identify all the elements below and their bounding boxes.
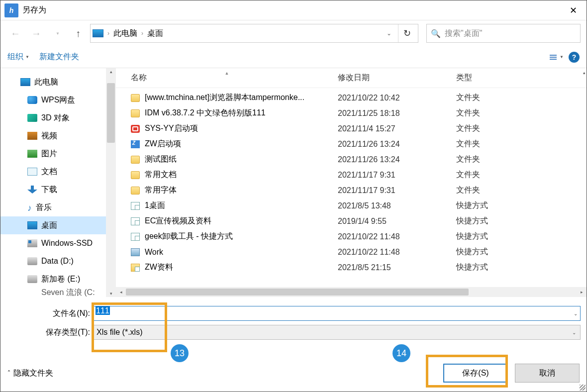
tree-node[interactable]: ♪音乐 [0, 198, 116, 216]
refresh-button[interactable]: ↻ [398, 24, 416, 42]
file-row[interactable]: Work2021/10/22 11:48快捷方式 [116, 244, 587, 260]
file-date: 2021/11/4 15:27 [338, 124, 456, 133]
file-row[interactable]: ZW启动项2021/11/26 13:24文件夹 [116, 136, 587, 152]
filetype-label: 保存类型(T): [6, 327, 92, 338]
tree-node-label: 此电脑 [34, 77, 58, 88]
tree-node[interactable]: 视频 [0, 127, 116, 145]
file-icon [131, 233, 140, 241]
save-button[interactable]: 保存(S) [443, 364, 508, 383]
win-icon [27, 239, 37, 247]
file-date: 2021/10/22 11:48 [338, 232, 456, 241]
tree-node-label: WPS网盘 [41, 95, 75, 105]
file-row[interactable]: 1桌面2021/8/5 13:48快捷方式 [116, 198, 587, 213]
nav-tree[interactable]: ▴ ▾ 此电脑WPS网盘3D 对象视频图片文档下载♪音乐桌面Windows-SS… [0, 68, 116, 297]
organize-button[interactable]: 组织▼ [7, 52, 29, 62]
tree-node[interactable]: Windows-SSD [0, 234, 116, 252]
col-type[interactable]: 类型 [456, 73, 587, 83]
file-icon [131, 202, 140, 210]
help-button[interactable]: ? [569, 52, 580, 63]
nav-recent[interactable]: ▼ [48, 24, 66, 42]
filetype-select[interactable]: Xls file (*.xls)⌄ [92, 325, 581, 340]
tree-node-label: Windows-SSD [41, 239, 93, 248]
col-modified[interactable]: 修改日期 [338, 73, 456, 83]
tree-node[interactable]: 此电脑 [0, 73, 116, 91]
cancel-button[interactable]: 取消 [515, 364, 580, 383]
file-icon [131, 140, 140, 148]
scroll-right-icon[interactable]: ▸ [577, 290, 587, 294]
tree-node[interactable]: Data (D:) [0, 252, 116, 270]
file-date: 2021/10/22 11:48 [338, 248, 456, 257]
nav-up[interactable]: ↑ [69, 24, 87, 42]
hide-folders-toggle[interactable]: ˄隐藏文件夹 [7, 368, 53, 379]
breadcrumb-root[interactable]: 此电脑 [113, 28, 137, 39]
file-type: 快捷方式 [456, 262, 587, 273]
file-row[interactable]: geek卸载工具 - 快捷方式2021/10/22 11:48快捷方式 [116, 229, 587, 244]
tree-node[interactable]: 图片 [0, 145, 116, 163]
file-date: 2021/8/5 13:48 [338, 201, 456, 210]
file-name: EC宣传视频及资料 [145, 216, 211, 226]
tree-node-label: 视频 [41, 131, 57, 141]
tree-node[interactable]: Seven 流浪 (C: [0, 288, 116, 297]
file-name: SYS-YY启动项 [145, 123, 198, 134]
filename-input[interactable]: 111 [92, 306, 581, 321]
tree-node[interactable]: WPS网盘 [0, 91, 116, 109]
file-row[interactable]: SYS-YY启动项2021/11/4 15:27文件夹 [116, 121, 587, 136]
file-list: ▲名称 修改日期 类型 ▴ [www.tmchina.net]浏览器脚本tamp… [116, 68, 587, 297]
desk-icon [27, 221, 37, 229]
h-scroll-handle[interactable] [126, 289, 469, 295]
file-date: 2019/1/4 9:55 [338, 217, 456, 226]
tree-node[interactable]: 文档 [0, 163, 116, 181]
new-folder-button[interactable]: 新建文件夹 [39, 52, 79, 62]
file-row[interactable]: 常用字体2021/11/17 9:31文件夹 [116, 183, 587, 198]
file-date: 2021/8/5 21:15 [338, 263, 456, 272]
tree-node-label: Seven 流浪 (C: [41, 288, 95, 297]
address-bar[interactable]: › 此电脑 › 桌面 ⌄ ↻ [90, 24, 418, 43]
file-name: ZW启动项 [145, 139, 181, 149]
file-row[interactable]: ZW资料2021/8/5 21:15快捷方式 [116, 260, 587, 275]
list-scroll-up-icon[interactable]: ▴ [583, 70, 586, 75]
tree-scrollbar[interactable]: ▴ ▾ [106, 68, 116, 297]
file-name: 1桌面 [145, 200, 165, 211]
tree-node[interactable]: 下载 [0, 181, 116, 198]
file-date: 2021/10/22 10:42 [338, 94, 456, 102]
address-history-dd[interactable]: ⌄ [382, 30, 396, 37]
scroll-down-icon[interactable]: ▾ [106, 291, 116, 296]
file-icon [131, 125, 140, 133]
resize-grip[interactable] [580, 385, 586, 391]
file-name: [www.tmchina.net]浏览器脚本tampermonke... [145, 93, 304, 103]
file-type: 文件夹 [456, 108, 587, 118]
filename-label: 文件名(N): [6, 308, 92, 319]
file-type: 文件夹 [456, 123, 587, 134]
file-row[interactable]: 常用文档2021/11/17 9:31文件夹 [116, 167, 587, 183]
tree-node[interactable]: 桌面 [0, 216, 116, 234]
file-row[interactable]: IDM v6.38.7.2 中文绿色特别版1112021/11/25 18:18… [116, 105, 587, 121]
file-icon [131, 264, 140, 272]
file-icon [131, 171, 140, 179]
file-name: 常用字体 [145, 185, 177, 196]
file-row[interactable]: [www.tmchina.net]浏览器脚本tampermonke...2021… [116, 90, 587, 105]
scroll-up-icon[interactable]: ▴ [106, 69, 116, 74]
col-name[interactable]: ▲名称 [116, 73, 338, 83]
tree-node[interactable]: 新加卷 (E:) [0, 270, 116, 288]
dialog-title: 另存为 [22, 5, 46, 15]
breadcrumb-sep-icon: › [105, 30, 111, 37]
filename-history-dd[interactable]: ⌄ [574, 311, 578, 316]
file-icon [131, 156, 140, 164]
file-date: 2021/11/17 9:31 [338, 186, 456, 195]
breadcrumb-current[interactable]: 桌面 [147, 28, 163, 39]
file-date: 2021/11/17 9:31 [338, 171, 456, 180]
view-mode-button[interactable]: ▼ [550, 55, 564, 60]
h-scrollbar[interactable]: ◂ ▸ [116, 287, 587, 297]
file-date: 2021/11/25 18:18 [338, 109, 456, 118]
tree-node-label: 3D 对象 [41, 113, 70, 123]
file-type: 快捷方式 [456, 231, 587, 242]
file-name: 常用文档 [145, 170, 177, 180]
file-row[interactable]: EC宣传视频及资料2019/1/4 9:55快捷方式 [116, 213, 587, 229]
tree-node[interactable]: 3D 对象 [0, 109, 116, 127]
file-row[interactable]: 测试图纸2021/11/26 13:24文件夹 [116, 152, 587, 167]
tree-scroll-handle[interactable] [107, 83, 115, 143]
search-input[interactable]: 🔍 搜索"桌面" [426, 24, 581, 43]
pc-icon [20, 78, 30, 86]
close-button[interactable]: ✕ [562, 0, 585, 20]
scroll-left-icon[interactable]: ◂ [116, 290, 126, 294]
